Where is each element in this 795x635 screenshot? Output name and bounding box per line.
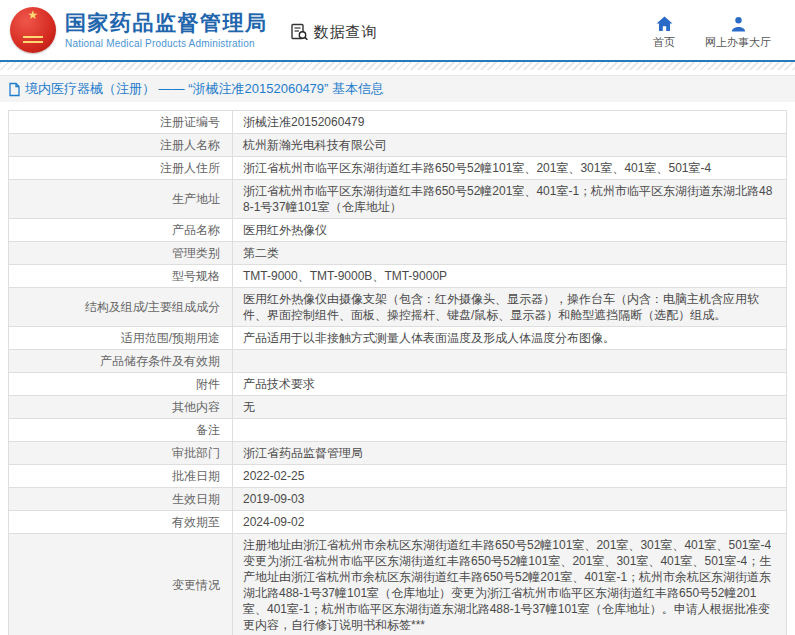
table-row: 生产地址浙江省杭州市临平区东湖街道红丰路650号52幢201室、401室-1；杭… [9,180,787,219]
nav-home[interactable]: 首页 [653,16,675,50]
emblem-star-icon: ★ [28,9,39,21]
row-value: 浙江省杭州市临平区东湖街道红丰路650号52幢201室、401室-1；杭州市临平… [233,180,787,219]
row-value: 2019-09-03 [233,488,787,511]
document-icon [8,82,21,97]
agency-title: 国家药品监督管理局 [65,11,268,35]
row-value: 2024-09-02 [233,511,787,534]
data-query-label: 数据查询 [314,23,378,42]
table-row: 注册人名称杭州新瀚光电科技有限公司 [9,134,787,157]
row-value [233,350,787,373]
agency-titles: 国家药品监督管理局 National Medical Products Admi… [65,11,268,49]
page: ★ 国家药品监督管理局 National Medical Products Ad… [0,0,795,635]
row-value: 2022-02-25 [233,465,787,488]
row-value: 注册地址由浙江省杭州市余杭区东湖街道红丰路650号52幢101室、201室、30… [233,534,787,635]
table-row: 备注 [9,419,787,442]
table-row: 附件产品技术要求 [9,373,787,396]
row-label: 结构及组成/主要组成成分 [9,288,233,327]
row-label: 批准日期 [9,465,233,488]
row-value: 浙江省药品监督管理局 [233,442,787,465]
decorative-stripe [0,62,795,70]
row-value: 第二类 [233,242,787,265]
table-row: 型号规格TMT-9000、TMT-9000B、TMT-9000P [9,265,787,288]
row-value: 医用红外热像仪 [233,219,787,242]
row-label: 生产地址 [9,180,233,219]
table-row: 产品储存条件及有效期 [9,350,787,373]
table-row: 其他内容无 [9,396,787,419]
row-label: 审批部门 [9,442,233,465]
agency-subtitle: National Medical Products Administration [65,38,268,49]
row-value: 杭州新瀚光电科技有限公司 [233,134,787,157]
emblem-gate-icon [23,36,43,43]
table-row: 变更情况注册地址由浙江省杭州市余杭区东湖街道红丰路650号52幢101室、201… [9,534,787,635]
row-value: 医用红外热像仪由摄像支架（包含：红外摄像头、显示器），操作台车（内含：电脑主机含… [233,288,787,327]
table-row: 管理类别第二类 [9,242,787,265]
table-row: 批准日期2022-02-25 [9,465,787,488]
table-row: 有效期至2024-09-02 [9,511,787,534]
user-icon [730,16,747,32]
row-label: 附件 [9,373,233,396]
row-value: 浙江省杭州市临平区东湖街道红丰路650号52幢101室、201室、301室、40… [233,157,787,180]
home-icon [656,16,673,32]
row-label: 注册人名称 [9,134,233,157]
national-emblem-logo: ★ [10,7,56,53]
row-label: 型号规格 [9,265,233,288]
breadcrumb-bar: 境内医疗器械（注册） —— “浙械注准20152060479” 基本信息 [0,75,795,102]
table-row: 结构及组成/主要组成成分医用红外热像仪由摄像支架（包含：红外摄像头、显示器），操… [9,288,787,327]
table-row: 注册证编号浙械注准20152060479 [9,111,787,134]
row-label: 其他内容 [9,396,233,419]
site-header: ★ 国家药品监督管理局 National Medical Products Ad… [0,0,795,62]
table-row: 生效日期2019-09-03 [9,488,787,511]
row-label: 产品储存条件及有效期 [9,350,233,373]
row-label: 注册人住所 [9,157,233,180]
row-value: 产品技术要求 [233,373,787,396]
nav-online-hall-label: 网上办事大厅 [705,35,771,50]
row-label: 管理类别 [9,242,233,265]
nav-online-hall[interactable]: 网上办事大厅 [705,16,771,50]
table-row: 适用范围/预期用途产品适用于以非接触方式测量人体表面温度及形成人体温度分布图像。 [9,327,787,350]
header-nav: 首页 网上办事大厅 [653,16,771,50]
breadcrumb[interactable]: 境内医疗器械（注册） —— “浙械注准20152060479” 基本信息 [25,80,384,98]
row-value [233,419,787,442]
row-value: TMT-9000、TMT-9000B、TMT-9000P [233,265,787,288]
row-label: 有效期至 [9,511,233,534]
row-label: 产品名称 [9,219,233,242]
row-label: 注册证编号 [9,111,233,134]
row-value: 浙械注准20152060479 [233,111,787,134]
row-label: 适用范围/预期用途 [9,327,233,350]
data-query-section: 数据查询 [290,23,378,42]
table-row: 审批部门浙江省药品监督管理局 [9,442,787,465]
table-row: 注册人住所浙江省杭州市临平区东湖街道红丰路650号52幢101室、201室、30… [9,157,787,180]
registration-info-table: 注册证编号浙械注准20152060479注册人名称杭州新瀚光电科技有限公司注册人… [8,110,787,635]
row-value: 产品适用于以非接触方式测量人体表面温度及形成人体温度分布图像。 [233,327,787,350]
table-row: 产品名称医用红外热像仪 [9,219,787,242]
row-label: 备注 [9,419,233,442]
row-label: 变更情况 [9,534,233,635]
row-label: 生效日期 [9,488,233,511]
nav-home-label: 首页 [653,35,675,50]
document-search-icon [290,23,309,42]
row-value: 无 [233,396,787,419]
